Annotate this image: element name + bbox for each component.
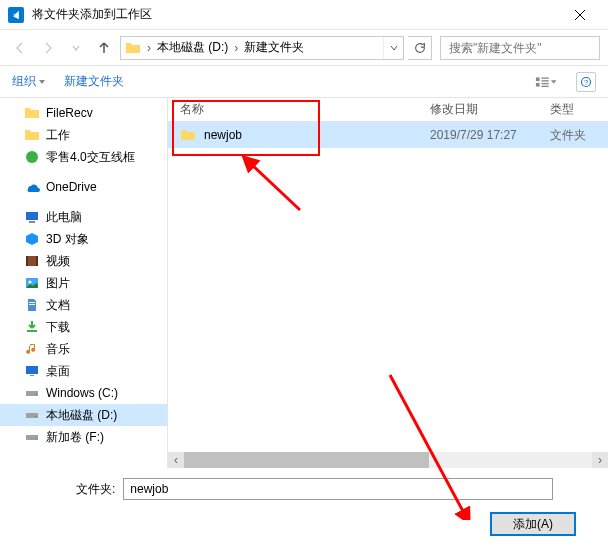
svg-rect-24 <box>26 413 38 418</box>
nav-forward-button[interactable] <box>36 36 60 60</box>
nav-recent-dropdown[interactable] <box>64 36 88 60</box>
sidebar-item-thispc[interactable]: 此电脑 <box>0 206 167 228</box>
sidebar-item-3dobjects[interactable]: 3D 对象 <box>0 228 167 250</box>
sidebar-item-documents[interactable]: 文档 <box>0 294 167 316</box>
vscode-icon <box>8 7 24 23</box>
svg-rect-5 <box>541 82 548 83</box>
file-type: 文件夹 <box>550 127 586 144</box>
new-folder-button[interactable]: 新建文件夹 <box>64 73 124 90</box>
scroll-right-arrow[interactable]: › <box>592 452 608 468</box>
sidebar-item-videos[interactable]: 视频 <box>0 250 167 272</box>
file-row[interactable]: newjob 2019/7/29 17:27 文件夹 <box>168 122 608 148</box>
breadcrumb-drive[interactable]: 本地磁盘 (D:) <box>153 37 232 59</box>
scroll-left-arrow[interactable]: ‹ <box>168 452 184 468</box>
column-date[interactable]: 修改日期 <box>430 101 550 118</box>
sidebar-item-drive-f[interactable]: 新加卷 (F:) <box>0 426 167 448</box>
close-button[interactable] <box>560 0 600 30</box>
column-type[interactable]: 类型 <box>550 101 594 118</box>
svg-rect-21 <box>30 375 34 376</box>
window-title: 将文件夹添加到工作区 <box>32 6 560 23</box>
nav-back-button[interactable] <box>8 36 32 60</box>
svg-rect-17 <box>29 302 35 303</box>
svg-rect-2 <box>541 77 548 78</box>
file-name: newjob <box>204 128 430 142</box>
svg-text:?: ? <box>584 78 588 87</box>
svg-point-9 <box>26 151 38 163</box>
sidebar-item-drive-d[interactable]: 本地磁盘 (D:) <box>0 404 167 426</box>
svg-rect-14 <box>36 256 38 266</box>
svg-rect-22 <box>26 391 38 396</box>
svg-rect-13 <box>26 256 28 266</box>
svg-rect-10 <box>26 212 38 220</box>
svg-rect-26 <box>26 435 38 440</box>
sidebar-item-desktop[interactable]: 桌面 <box>0 360 167 382</box>
breadcrumb[interactable]: › 本地磁盘 (D:) › 新建文件夹 <box>120 36 404 60</box>
svg-rect-3 <box>541 80 548 81</box>
add-button[interactable]: 添加(A) <box>490 512 576 536</box>
breadcrumb-dropdown[interactable] <box>383 37 403 59</box>
sidebar-item-pictures[interactable]: 图片 <box>0 272 167 294</box>
svg-rect-18 <box>29 304 35 305</box>
folder-icon <box>125 40 141 56</box>
column-headers: 名称 修改日期 类型 <box>168 98 608 122</box>
chevron-right-icon: › <box>145 41 153 55</box>
nav-up-button[interactable] <box>92 36 116 60</box>
help-button[interactable]: ? <box>576 72 596 92</box>
svg-rect-4 <box>536 82 540 86</box>
sidebar: FileRecv 工作 零售4.0交互线框 OneDrive 此电脑 3D 对象… <box>0 98 168 468</box>
sidebar-item-retail[interactable]: 零售4.0交互线框 <box>0 146 167 168</box>
svg-rect-19 <box>27 330 37 332</box>
svg-rect-6 <box>541 85 548 86</box>
organize-menu[interactable]: 组织 <box>12 73 46 90</box>
svg-rect-1 <box>536 77 540 81</box>
search-input[interactable] <box>449 41 599 55</box>
folder-name-input[interactable] <box>123 478 553 500</box>
sidebar-item-drive-c[interactable]: Windows (C:) <box>0 382 167 404</box>
horizontal-scrollbar[interactable]: ‹ › <box>168 452 608 468</box>
folder-icon <box>180 127 196 143</box>
scroll-thumb[interactable] <box>184 452 429 468</box>
file-list[interactable]: newjob 2019/7/29 17:27 文件夹 <box>168 122 608 452</box>
chevron-right-icon: › <box>232 41 240 55</box>
svg-rect-23 <box>35 394 37 395</box>
folder-label: 文件夹: <box>76 481 115 498</box>
sidebar-item-onedrive[interactable]: OneDrive <box>0 176 167 198</box>
sidebar-item-downloads[interactable]: 下载 <box>0 316 167 338</box>
svg-rect-11 <box>29 221 35 223</box>
sidebar-item-music[interactable]: 音乐 <box>0 338 167 360</box>
svg-rect-27 <box>35 438 37 439</box>
search-box[interactable] <box>440 36 600 60</box>
svg-rect-20 <box>26 366 38 374</box>
sidebar-item-work[interactable]: 工作 <box>0 124 167 146</box>
file-date: 2019/7/29 17:27 <box>430 128 550 142</box>
refresh-button[interactable] <box>408 36 432 60</box>
svg-point-16 <box>29 281 32 284</box>
column-name[interactable]: 名称 <box>180 101 430 118</box>
breadcrumb-folder[interactable]: 新建文件夹 <box>240 37 308 59</box>
sidebar-item-filerecv[interactable]: FileRecv <box>0 102 167 124</box>
view-mode-button[interactable] <box>534 72 558 92</box>
svg-rect-25 <box>35 416 37 417</box>
